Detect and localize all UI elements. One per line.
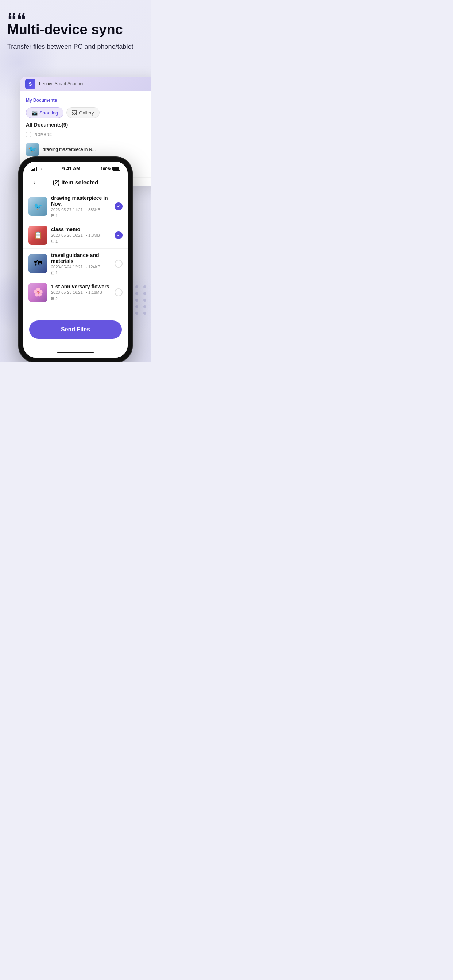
signal-bar-3 bbox=[34, 168, 35, 171]
gallery-icon: 🖼 bbox=[72, 110, 77, 116]
doc-name-1: drawing masterpiece in Nov. bbox=[51, 195, 111, 207]
app-logo-letter: S bbox=[29, 81, 32, 87]
desktop-app-logo: S bbox=[25, 79, 35, 89]
doc-date-2: 2023-05-26 16:21 bbox=[51, 233, 83, 237]
hero-subtitle: Transfer files between PC and phone/tabl… bbox=[7, 42, 144, 51]
desktop-app-name: Lenovo Smart Scanner bbox=[39, 81, 84, 86]
doc-pages-1: ⊞ 1 bbox=[51, 213, 111, 218]
home-bar bbox=[57, 352, 94, 353]
status-bar: ∿ 9:41 AM 100% bbox=[23, 162, 128, 175]
doc-pages-4: ⊞ 2 bbox=[51, 296, 111, 301]
pages-icon-4: ⊞ bbox=[51, 296, 54, 301]
column-name-label: NOMBRE bbox=[35, 133, 52, 137]
dot bbox=[144, 312, 146, 315]
home-indicator bbox=[23, 347, 128, 358]
dot bbox=[135, 312, 138, 315]
send-files-container: Send Files bbox=[23, 313, 128, 347]
doc-checkbox-2[interactable] bbox=[115, 231, 123, 239]
doc-name-3: travel guidance and materials bbox=[51, 252, 111, 264]
dot bbox=[144, 305, 146, 308]
phone-nav-bar: ‹ (2) item selected bbox=[23, 175, 128, 191]
battery-fill bbox=[113, 167, 119, 170]
tab-gallery-label: Gallery bbox=[79, 110, 94, 116]
hero-section: Multi-device sync Transfer files between… bbox=[0, 0, 151, 59]
doc-list: 🐦 drawing masterpiece in Nov. 2023-05-27… bbox=[23, 191, 128, 306]
doc-info-1: drawing masterpiece in Nov. 2023-05-27 1… bbox=[51, 195, 111, 218]
pages-icon-1: ⊞ bbox=[51, 213, 54, 218]
phone-mockup: ∿ 9:41 AM 100% ‹ (2) item selected bbox=[19, 157, 132, 362]
pages-icon-3: ⊞ bbox=[51, 270, 54, 275]
doc-pages-3: ⊞ 1 bbox=[51, 270, 111, 275]
doc-meta-2: 2023-05-26 16:21 · 1.3MB bbox=[51, 233, 111, 237]
tab-gallery[interactable]: 🖼 Gallery bbox=[66, 107, 99, 118]
doc-meta-3: 2023-05-24 12:21 · 124KB bbox=[51, 265, 111, 269]
doc-date-3: 2023-05-24 12:21 bbox=[51, 265, 83, 269]
doc-date-4: 2023-05-23 16:21 bbox=[51, 290, 83, 294]
doc-info-4: 1 st anniversary flowers 2023-05-23 16:2… bbox=[51, 284, 111, 301]
camera-icon: 📷 bbox=[31, 110, 38, 116]
status-time: 9:41 AM bbox=[62, 166, 80, 171]
tab-shooting-label: Shooting bbox=[39, 110, 58, 116]
battery-area: 100% bbox=[100, 167, 120, 171]
pages-count-3: 1 bbox=[56, 270, 57, 275]
pages-icon-2: ⊞ bbox=[51, 239, 54, 243]
tab-shooting[interactable]: 📷 Shooting bbox=[26, 107, 64, 118]
signal-bars bbox=[30, 167, 37, 171]
desktop-all-documents-title: All Documents(9) bbox=[26, 122, 151, 127]
dot bbox=[135, 305, 138, 308]
dot bbox=[135, 292, 138, 295]
doc-item-1[interactable]: 🐦 drawing masterpiece in Nov. 2023-05-27… bbox=[23, 191, 128, 222]
doc-size-2: 1.3MB bbox=[88, 233, 100, 237]
desktop-doc-name-1: drawing masterpiece in N... bbox=[43, 147, 96, 152]
doc-thumb-bird: 🐦 bbox=[29, 197, 48, 216]
header-checkbox[interactable] bbox=[26, 132, 31, 137]
list-spacer bbox=[23, 306, 128, 313]
doc-meta-1: 2023-05-27 11:21 · 383KB bbox=[51, 207, 111, 212]
doc-checkbox-3[interactable] bbox=[115, 259, 123, 267]
phone-screen: ∿ 9:41 AM 100% ‹ (2) item selected bbox=[23, 162, 128, 358]
desktop-doc-thumb-bird: 🐦 bbox=[26, 143, 39, 156]
dot bbox=[144, 285, 146, 288]
nav-title: (2) item selected bbox=[39, 180, 112, 186]
desktop-doc-row[interactable]: 🐦 drawing masterpiece in N... bbox=[26, 140, 151, 159]
doc-item-3[interactable]: 🗺 travel guidance and materials 2023-05-… bbox=[23, 249, 128, 279]
desktop-table-header: NOMBRE bbox=[26, 130, 151, 139]
pages-count-4: 2 bbox=[56, 296, 57, 301]
doc-size-3: 124KB bbox=[88, 265, 100, 269]
back-button[interactable]: ‹ bbox=[29, 178, 39, 188]
doc-thumb-flowers: 🌸 bbox=[29, 283, 48, 302]
battery-pct: 100% bbox=[100, 167, 111, 171]
doc-size-4: 1.16MB bbox=[88, 290, 102, 294]
doc-thumb-memo: 📋 bbox=[29, 226, 48, 245]
doc-name-2: class memo bbox=[51, 226, 111, 232]
doc-info-3: travel guidance and materials 2023-05-24… bbox=[51, 252, 111, 275]
doc-item-2[interactable]: 📋 class memo 2023-05-26 16:21 · 1.3MB ⊞ … bbox=[23, 222, 128, 249]
desktop-nav-tabs: 📷 Shooting 🖼 Gallery bbox=[26, 107, 151, 118]
signal-bar-4 bbox=[36, 167, 37, 171]
battery-icon bbox=[112, 167, 120, 170]
doc-size-1: 383KB bbox=[88, 207, 100, 212]
dot bbox=[144, 292, 146, 295]
doc-thumb-travel: 🗺 bbox=[29, 254, 48, 273]
signal-bar-1 bbox=[30, 170, 32, 171]
doc-checkbox-1[interactable] bbox=[115, 202, 123, 210]
doc-info-2: class memo 2023-05-26 16:21 · 1.3MB ⊞ 1 bbox=[51, 226, 111, 243]
doc-checkbox-4[interactable] bbox=[115, 288, 123, 296]
doc-name-4: 1 st anniversary flowers bbox=[51, 284, 111, 290]
dot bbox=[135, 285, 138, 288]
doc-item-4[interactable]: 🌸 1 st anniversary flowers 2023-05-23 16… bbox=[23, 279, 128, 306]
pages-count-2: 1 bbox=[56, 239, 57, 243]
send-files-button[interactable]: Send Files bbox=[29, 320, 122, 339]
desktop-my-documents: My Documents bbox=[26, 95, 57, 104]
doc-meta-4: 2023-05-23 16:21 · 1.16MB bbox=[51, 290, 111, 294]
page-title: Multi-device sync bbox=[7, 22, 144, 38]
dot bbox=[135, 299, 138, 302]
pages-count-1: 1 bbox=[56, 213, 57, 218]
doc-date-1: 2023-05-27 11:21 bbox=[51, 207, 83, 212]
signal-area: ∿ bbox=[30, 166, 42, 171]
desktop-top-bar: S Lenovo Smart Scanner bbox=[20, 76, 151, 91]
doc-pages-2: ⊞ 1 bbox=[51, 239, 111, 243]
page-wrapper: ““ Multi-device sync Transfer files betw… bbox=[0, 0, 151, 362]
wifi-icon: ∿ bbox=[38, 166, 42, 171]
dot bbox=[144, 299, 146, 302]
